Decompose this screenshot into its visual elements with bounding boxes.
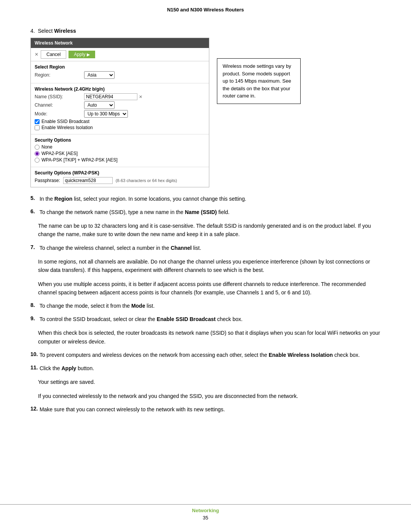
passphrase-label: Passphrase: (35, 178, 60, 183)
step8-text: To change the mode, select it from the M… (38, 302, 155, 310)
arrow-right-icon: ▶ (87, 52, 90, 57)
wireless-dialog: Wireless Network ✕ Cancel Apply ▶ Select… (30, 38, 209, 187)
dialog-title: Wireless Network (35, 40, 73, 46)
security-combo-row: WPA-PSK [TKIP] + WPA2-PSK [AES] (35, 157, 205, 163)
step5-text: In the Region list, select your region. … (38, 195, 246, 203)
step9-ssid-bold: Enable SSID Broadcast (157, 316, 216, 322)
step9-number: 9. (30, 315, 38, 321)
wireless-section-header: Wireless Network (2.4GHz b/g/n) (35, 86, 205, 92)
step11-apply-bold: Apply (61, 365, 76, 371)
step9-item: 9. To control the SSID broadcast, select… (30, 315, 381, 323)
security-wpa2-radio[interactable] (35, 151, 40, 156)
step11-text: Click the Apply button. (38, 364, 94, 372)
channel-row: Channel: Auto (35, 101, 205, 109)
channel-select[interactable]: Auto (84, 101, 115, 109)
region-select-container[interactable]: Asia (84, 71, 205, 79)
ssid-row: Name (SSID): ✕ (35, 93, 205, 100)
passphrase-section: Security Options (WPA2-PSK) Passphrase: … (31, 167, 209, 187)
step6-text: To change the network name (SSID), type … (38, 208, 229, 216)
ssid-broadcast-row: Enable SSID Broadcast (35, 119, 205, 124)
step11-number: 11. (30, 364, 38, 371)
cancel-label: Cancel (46, 52, 61, 57)
step6-item: 6. To change the network name (SSID), ty… (30, 208, 381, 216)
region-section-header: Select Region (35, 64, 205, 70)
sub-para-1: The name can be up to 32 characters long… (38, 222, 381, 239)
wireless-isolation-label: Enable Wireless Isolation (41, 125, 93, 130)
step7-text: To change the wireless channel, select a… (38, 244, 201, 252)
step8-item: 8. To change the mode, select it from th… (30, 302, 381, 310)
security-none-radio[interactable] (35, 145, 40, 150)
channel-label: Channel: (35, 102, 84, 108)
security-combo-radio[interactable] (35, 158, 40, 163)
step4-label: 4. Select Wireless (30, 28, 209, 34)
step6-number: 6. (30, 208, 38, 214)
footer-page: 35 (0, 515, 411, 521)
step4-bold: Wireless (54, 28, 76, 34)
step5-item: 5. In the Region list, select your regio… (30, 195, 381, 203)
channel-select-container[interactable]: Auto (84, 101, 205, 109)
step7-item: 7. To change the wireless channel, selec… (30, 244, 381, 252)
passphrase-input[interactable] (63, 177, 113, 184)
dialog-toolbar: ✕ Cancel Apply ▶ (31, 48, 209, 61)
region-select[interactable]: Asia (84, 71, 115, 79)
ssid-broadcast-checkbox[interactable] (35, 119, 40, 124)
wireless-isolation-checkbox[interactable] (35, 125, 40, 130)
region-label: Region: (35, 72, 84, 78)
footer-label: Networking (0, 508, 411, 513)
region-row: Region: Asia (35, 71, 205, 79)
wireless-section: Wireless Network (2.4GHz b/g/n) Name (SS… (31, 83, 209, 134)
step7-channel-bold: Channel (170, 245, 191, 251)
apply-button[interactable]: Apply ▶ (68, 51, 95, 58)
callout-text: Wireless mode settings vary by product. … (223, 63, 291, 99)
ssid-input-container: ✕ (84, 93, 205, 100)
sub-para-6: If you connected wirelessly to the netwo… (38, 392, 381, 400)
step5-number: 5. (30, 195, 38, 201)
step10-text: To prevent computers and wireless device… (38, 351, 360, 359)
sub-para-5: Your settings are saved. (38, 378, 381, 386)
step12-number: 12. (30, 406, 38, 412)
sub-para-2: In some regions, not all channels are av… (38, 257, 381, 275)
step8-number: 8. (30, 302, 38, 308)
step10-item: 10. To prevent computers and wireless de… (30, 351, 381, 359)
step4-text: Select (38, 28, 54, 34)
ssid-label: Name (SSID): (35, 94, 84, 99)
passphrase-row: Passphrase: (8-63 characters or 64 hex d… (35, 177, 205, 184)
security-none-label: None (41, 144, 53, 150)
region-section: Select Region Region: Asia (31, 61, 209, 83)
step12-item: 12. Make sure that you can connect wirel… (30, 406, 381, 414)
step9-text: To control the SSID broadcast, select or… (38, 315, 242, 323)
mode-select[interactable]: Up to 300 Mbps (84, 110, 128, 118)
ssid-broadcast-label: Enable SSID Broadcast (41, 119, 89, 124)
step10-number: 10. (30, 351, 38, 357)
page-footer: Networking 35 (0, 504, 411, 521)
step10-isolation-bold: Enable Wireless Isolation (269, 352, 333, 358)
step7-number: 7. (30, 244, 38, 250)
step11-item: 11. Click the Apply button. (30, 364, 381, 372)
page-header: N150 and N300 Wireless Routers (0, 0, 411, 16)
step5-region-bold: Region (54, 196, 72, 202)
ssid-input[interactable] (84, 93, 137, 100)
wireless-isolation-row: Enable Wireless Isolation (35, 125, 205, 130)
security-combo-label: WPA-PSK [TKIP] + WPA2-PSK [AES] (41, 157, 118, 163)
security-wpa2-label: WPA2-PSK [AES] (41, 151, 78, 156)
sub-para-4: When this check box is selected, the rou… (38, 329, 381, 346)
callout-box: Wireless mode settings vary by product. … (217, 58, 301, 104)
step12-text: Make sure that you can connect wirelessl… (38, 406, 225, 414)
security-none-row: None (35, 144, 205, 150)
ssid-clear-icon[interactable]: ✕ (139, 94, 142, 99)
cancel-button[interactable]: Cancel (41, 50, 66, 59)
step6-name-ssid-bold: Name (SSID) (185, 209, 217, 215)
passphrase-section-header: Security Options (WPA2-PSK) (35, 170, 205, 176)
step8-mode-bold: Mode (131, 303, 145, 309)
mode-select-container[interactable]: Up to 300 Mbps (84, 110, 205, 118)
security-wpa2-row: WPA2-PSK [AES] (35, 151, 205, 156)
passphrase-hint: (8-63 characters or 64 hex digits) (116, 178, 177, 183)
x-icon: ✕ (35, 52, 38, 57)
steps-list: 5. In the Region list, select your regio… (30, 195, 381, 414)
mode-label: Mode: (35, 111, 84, 117)
dialog-title-bar: Wireless Network (31, 38, 209, 48)
header-title: N150 and N300 Wireless Routers (167, 7, 244, 13)
sub-para-3: When you use multiple access points, it … (38, 280, 381, 297)
apply-label: Apply (74, 52, 85, 57)
mode-row: Mode: Up to 300 Mbps (35, 110, 205, 118)
